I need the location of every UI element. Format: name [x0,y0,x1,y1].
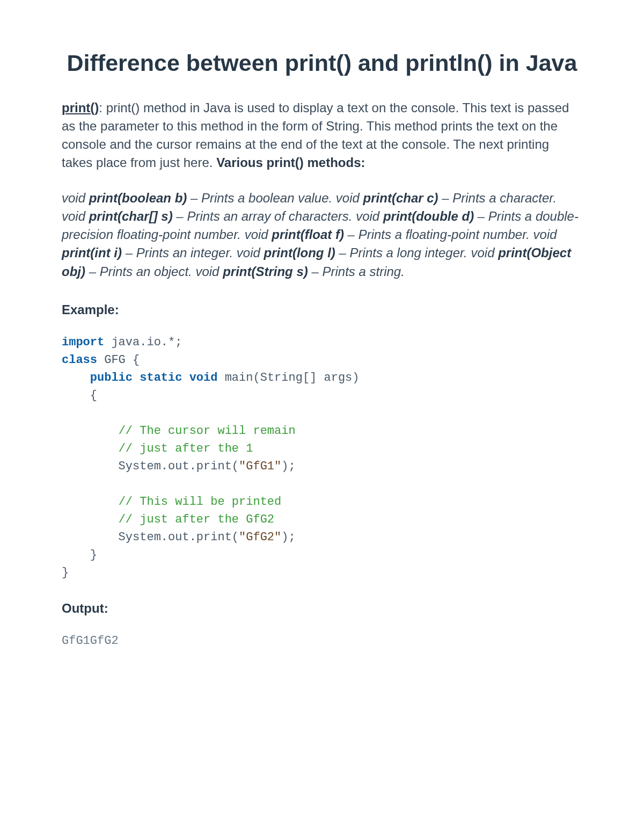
m7-desc: – Prints a long integer. void [335,245,498,260]
m1-desc: – Prints a boolean value. void [187,191,363,205]
code-kw-import: import [62,336,104,349]
code-l11-indent [62,513,119,526]
code-l12-rest: ); [281,531,295,544]
code-l3-sp1 [133,371,140,385]
code-l1-rest: java.io.*; [104,336,182,349]
m8-desc: – Prints an object. void [85,264,223,279]
code-l10-indent [62,495,119,509]
m6-sig: print(int i) [62,245,122,260]
print-link[interactable]: print() [62,100,99,115]
code-l13: } [62,548,97,562]
m3-sig: print(char[] s) [89,209,173,223]
code-l3-sp2 [182,371,189,385]
code-kw-class: class [62,353,97,367]
m1-pre: void [62,191,89,205]
m1-sig: print(boolean b) [89,191,187,205]
intro-paragraph: print(): print() method in Java is used … [62,99,582,172]
code-comment-4: // just after the GfG2 [119,513,274,526]
m9-sig: print(String s) [223,264,308,279]
code-l2-rest: GFG { [97,353,140,367]
code-l4: { [62,389,97,402]
m7-sig: print(long l) [264,245,335,260]
code-l8-rest: ); [281,460,295,473]
code-l6-indent [62,424,119,438]
output-label: Output: [62,599,582,618]
code-str-1: "GfG1" [239,460,281,473]
m9-desc: – Prints a string. [308,264,405,279]
code-l12-indent: System.out.print( [62,531,239,544]
code-l3-rest: main(String[] args) [217,371,359,385]
intro-bold-tail: Various print() methods: [216,155,365,170]
output-text: GfG1GfG2 [62,632,582,650]
code-l7-indent [62,442,119,455]
example-label: Example: [62,300,582,320]
code-block: import java.io.*; class GFG { public sta… [62,333,582,582]
code-str-2: "GfG2" [239,531,281,544]
methods-paragraph: void print(boolean b) – Prints a boolean… [62,189,582,280]
m2-sig: print(char c) [363,191,438,205]
m3-desc: – Prints an array of characters. void [173,209,383,223]
code-comment-2: // just after the 1 [119,442,253,455]
m5-desc: – Prints a floating-point number. void [344,227,557,242]
code-l8-indent: System.out.print( [62,460,239,473]
m6-desc: – Prints an integer. void [122,245,264,260]
code-l3-indent [62,371,90,385]
m4-sig: print(double d) [383,209,474,223]
code-kw-public: public [90,371,133,385]
code-l14: } [62,566,69,579]
code-kw-static: static [140,371,182,385]
code-comment-3: // This will be printed [119,495,282,509]
code-comment-1: // The cursor will remain [119,424,296,438]
page-title: Difference between print() and println()… [62,48,582,78]
code-kw-void: void [189,371,218,385]
m5-sig: print(float f) [272,227,344,242]
